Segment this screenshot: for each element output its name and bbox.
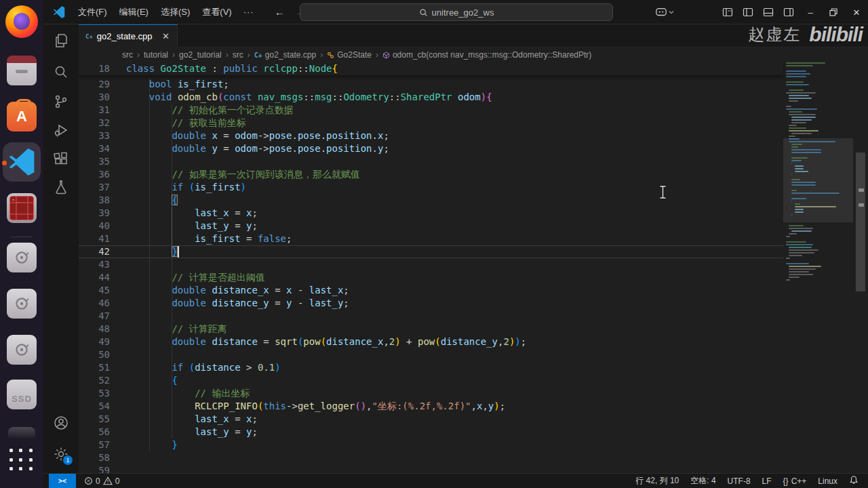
code-line-37[interactable]: 37 if (is_first) xyxy=(79,181,783,194)
show-applications-icon[interactable] xyxy=(9,449,34,472)
code-line-35[interactable]: 35 xyxy=(79,155,783,168)
menu-item-3[interactable]: 查看(V) xyxy=(196,3,237,21)
breadcrumb-item-6[interactable]: odom_cb(const nav_msgs::msg::Odometry::S… xyxy=(382,50,591,60)
problems-indicator[interactable]: 0 0 xyxy=(84,476,119,486)
notifications-bell-icon[interactable] xyxy=(849,475,859,487)
menu-item-1[interactable]: 编辑(E) xyxy=(113,3,155,21)
menu-overflow[interactable]: ··· xyxy=(238,4,260,20)
line-number: 33 xyxy=(79,129,110,142)
menu-item-0[interactable]: 文件(F) xyxy=(72,3,113,21)
code-line-52[interactable]: 52 { xyxy=(79,374,783,387)
run-debug-icon[interactable] xyxy=(53,122,69,138)
menu-item-2[interactable]: 选择(S) xyxy=(155,3,196,21)
command-center-search[interactable]: unitree_go2_ws xyxy=(300,3,613,21)
code-line-45[interactable]: 45 double distance_x = x - last_x; xyxy=(79,284,783,297)
account-icon[interactable] xyxy=(53,415,69,431)
minimap[interactable] xyxy=(783,62,853,473)
vscode-dock-icon[interactable] xyxy=(3,142,41,182)
close-button[interactable]: ✕ xyxy=(845,0,868,24)
extensions-icon[interactable] xyxy=(53,150,69,167)
disk-restore-icon-1[interactable] xyxy=(7,243,37,272)
code-line-59[interactable]: 59 xyxy=(79,464,783,473)
code-line-49[interactable]: 49 double distance = sqrt(pow(distance_x… xyxy=(79,336,783,348)
code-line-46[interactable]: 46 double distance_y = y - last_y; xyxy=(79,297,783,310)
toggle-secondary-sidebar-icon[interactable] xyxy=(780,3,797,21)
mouse-ibeam-cursor xyxy=(658,185,667,201)
status-item-cursor-position[interactable]: 行 42, 列 10 xyxy=(635,475,679,487)
toggle-panel-icon[interactable] xyxy=(760,3,777,21)
code-line-53[interactable]: 53 // 输出坐标 xyxy=(79,387,783,400)
tab-go2-state-cpp[interactable]: C+ go2_state.cpp ✕ xyxy=(79,24,178,47)
code-line-40[interactable]: 40 last_y = y; xyxy=(79,220,783,232)
code-line-30[interactable]: 30 void odom_cb(const nav_msgs::msg::Odo… xyxy=(79,91,783,104)
code-line-29[interactable]: 29 bool is_first; xyxy=(79,78,783,91)
code-content: // 初始化第一个记录点数据 xyxy=(110,104,294,117)
code-line-54[interactable]: 54 RCLCPP_INFO(this->get_logger(),"坐标:(%… xyxy=(79,400,783,413)
customize-layout-icon[interactable] xyxy=(719,3,736,21)
editor[interactable]: 29 bool is_first;30 void odom_cb(const n… xyxy=(79,62,868,473)
code-line-38[interactable]: 38 { xyxy=(79,194,783,207)
code-line-55[interactable]: 55 last_x = x; xyxy=(79,413,783,426)
code-line-34[interactable]: 34 double y = odom->pose.pose.position.y… xyxy=(79,142,783,155)
code-line-57[interactable]: 57 } xyxy=(79,439,783,451)
code-line-44[interactable]: 44 // 计算是否超出阈值 xyxy=(79,271,783,284)
code-line-39[interactable]: 39 last_x = x; xyxy=(79,207,783,220)
status-item-language-mode[interactable]: {}C++ xyxy=(783,476,807,486)
sticky-scroll-line[interactable]: 18class Go2State : public rclcpp::Node{ xyxy=(79,62,783,75)
code-line-50[interactable]: 50 xyxy=(79,348,783,361)
software-store-icon[interactable]: A xyxy=(7,102,37,131)
breadcrumb-item-4[interactable]: C+go2_state.cpp xyxy=(254,50,316,60)
code-line-43[interactable]: 43 xyxy=(79,258,783,271)
file-manager-icon[interactable] xyxy=(7,56,37,85)
status-item-indentation[interactable]: 空格: 4 xyxy=(690,475,715,487)
minimize-button[interactable]: – xyxy=(799,0,822,24)
code-line-41[interactable]: 41 is_first = false; xyxy=(79,232,783,245)
line-number: 30 xyxy=(79,91,110,104)
code-content: bool is_first; xyxy=(110,78,229,91)
status-item-encoding[interactable]: UTF-8 xyxy=(728,476,751,486)
code-line-56[interactable]: 56 last_y = y; xyxy=(79,426,783,439)
search-icon[interactable] xyxy=(53,64,69,80)
restore-button[interactable] xyxy=(822,0,845,24)
code-content: } xyxy=(110,439,178,451)
firefox-icon[interactable] xyxy=(5,5,38,38)
status-item-remote-os[interactable]: Linux xyxy=(818,476,837,486)
breadcrumb-item-5[interactable]: Go2State xyxy=(327,50,372,60)
code-line-58[interactable]: 58 xyxy=(79,451,783,464)
code-line-47[interactable]: 47 xyxy=(79,310,783,323)
code-line-51[interactable]: 51 if (distance > 0.1) xyxy=(79,361,783,374)
tab-close-icon[interactable]: ✕ xyxy=(160,31,172,41)
code-line-33[interactable]: 33 double x = odom->pose.pose.position.x… xyxy=(79,129,783,142)
terminal-icon[interactable] xyxy=(7,193,37,223)
remote-indicator[interactable]: >< xyxy=(49,474,76,488)
scrollbar-thumb[interactable] xyxy=(856,152,865,291)
breadcrumb-item-0[interactable]: src xyxy=(122,50,133,60)
disk-restore-icon-3[interactable] xyxy=(7,335,37,365)
history-back-button[interactable]: ← xyxy=(269,5,290,19)
copilot-icon[interactable] xyxy=(655,7,674,17)
disk-restore-icon-2[interactable] xyxy=(7,289,37,319)
code-line-48[interactable]: 48 // 计算距离 xyxy=(79,323,783,336)
code-line-32[interactable]: 32 // 获取当前坐标 xyxy=(79,117,783,129)
explorer-icon[interactable] xyxy=(53,33,69,49)
ssd-drive-icon[interactable]: SSD xyxy=(7,380,37,409)
breadcrumb-item-1[interactable]: tutorial xyxy=(144,50,168,60)
code-content xyxy=(110,348,126,361)
breadcrumb-item-3[interactable]: src xyxy=(233,50,243,60)
line-number: 53 xyxy=(79,387,110,400)
code-content: } xyxy=(110,246,178,258)
toggle-primary-sidebar-icon[interactable] xyxy=(739,3,757,21)
hidden-app-icon[interactable] xyxy=(8,427,35,439)
source-control-icon[interactable] xyxy=(53,94,69,110)
status-bar-right: 行 42, 列 10空格: 4UTF-8LF{}C++Linux xyxy=(635,475,868,487)
warning-count: 0 xyxy=(115,476,120,486)
code-line-42[interactable]: 42 } xyxy=(79,245,783,258)
status-item-eol[interactable]: LF xyxy=(762,476,772,486)
settings-gear-icon[interactable]: 1 xyxy=(53,446,69,462)
code-line-36[interactable]: 36 // 如果是第一次订阅到该消息，那么就赋值 xyxy=(79,168,783,181)
code-line-31[interactable]: 31 // 初始化第一个记录点数据 xyxy=(79,104,783,117)
breadcrumb-item-2[interactable]: go2_tutorial xyxy=(179,50,222,60)
terminal-screen xyxy=(9,196,34,220)
testing-icon[interactable] xyxy=(53,179,69,195)
code-content: double distance_y = y - last_y; xyxy=(110,297,349,310)
